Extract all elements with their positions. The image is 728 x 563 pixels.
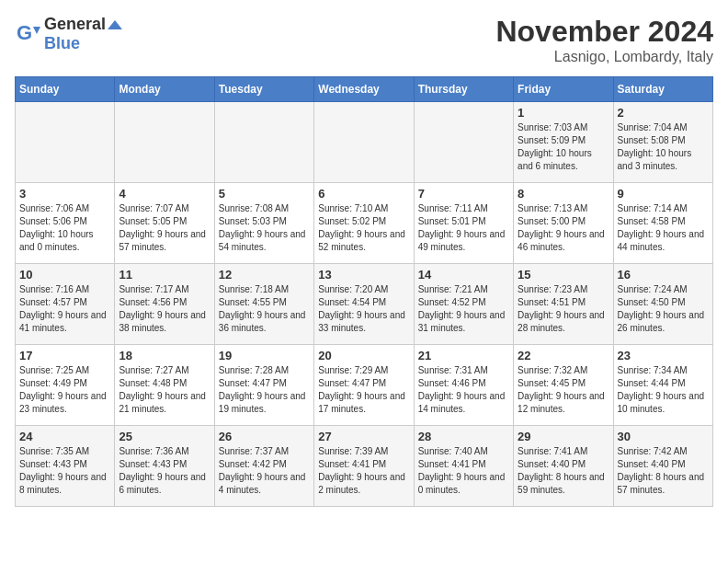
calendar-table: SundayMondayTuesdayWednesdayThursdayFrid… (15, 76, 713, 507)
calendar-day-cell: 10Sunrise: 7:16 AM Sunset: 4:57 PM Dayli… (16, 264, 115, 345)
day-number: 28 (418, 430, 509, 443)
day-number: 13 (318, 268, 409, 282)
main-title: November 2024 (495, 15, 713, 49)
calendar-day-cell: 25Sunrise: 7:36 AM Sunset: 4:43 PM Dayli… (115, 426, 214, 507)
day-info: Sunrise: 7:17 AM Sunset: 4:56 PM Dayligh… (119, 283, 210, 335)
day-info: Sunrise: 7:04 AM Sunset: 5:08 PM Dayligh… (618, 121, 709, 173)
calendar-day-cell: 6Sunrise: 7:10 AM Sunset: 5:02 PM Daylig… (314, 183, 414, 264)
day-info: Sunrise: 7:27 AM Sunset: 4:48 PM Dayligh… (119, 364, 210, 416)
calendar-header-cell: Saturday (613, 77, 712, 102)
calendar-day-cell: 2Sunrise: 7:04 AM Sunset: 5:08 PM Daylig… (613, 102, 712, 183)
calendar-day-cell: 3Sunrise: 7:06 AM Sunset: 5:06 PM Daylig… (16, 183, 115, 264)
day-number: 18 (119, 349, 210, 362)
svg-text:G: G (17, 21, 32, 44)
calendar-day-cell: 7Sunrise: 7:11 AM Sunset: 5:01 PM Daylig… (414, 183, 513, 264)
calendar-body: 1Sunrise: 7:03 AM Sunset: 5:09 PM Daylig… (16, 102, 713, 507)
calendar-day-cell: 27Sunrise: 7:39 AM Sunset: 4:41 PM Dayli… (314, 426, 414, 507)
calendar-header-row: SundayMondayTuesdayWednesdayThursdayFrid… (16, 77, 713, 102)
day-info: Sunrise: 7:23 AM Sunset: 4:51 PM Dayligh… (518, 283, 609, 335)
subtitle: Lasnigo, Lombardy, Italy (495, 49, 713, 65)
day-number: 22 (518, 349, 609, 362)
day-number: 20 (318, 349, 409, 362)
day-number: 3 (19, 187, 110, 201)
header: G General Blue November 2024 Lasnigo, Lo… (15, 15, 713, 65)
day-number: 26 (219, 430, 310, 443)
day-number: 14 (418, 268, 509, 282)
day-info: Sunrise: 7:10 AM Sunset: 5:02 PM Dayligh… (318, 202, 409, 254)
calendar-day-cell (115, 102, 214, 183)
calendar-day-cell: 30Sunrise: 7:42 AM Sunset: 4:40 PM Dayli… (613, 426, 712, 507)
day-info: Sunrise: 7:29 AM Sunset: 4:47 PM Dayligh… (318, 364, 409, 416)
day-number: 21 (418, 349, 509, 362)
calendar-week-row: 1Sunrise: 7:03 AM Sunset: 5:09 PM Daylig… (16, 102, 713, 183)
day-info: Sunrise: 7:42 AM Sunset: 4:40 PM Dayligh… (618, 445, 709, 497)
calendar-day-cell: 13Sunrise: 7:20 AM Sunset: 4:54 PM Dayli… (314, 264, 414, 345)
calendar-day-cell: 15Sunrise: 7:23 AM Sunset: 4:51 PM Dayli… (514, 264, 613, 345)
calendar-week-row: 3Sunrise: 7:06 AM Sunset: 5:06 PM Daylig… (16, 183, 713, 264)
day-number: 7 (418, 187, 509, 201)
calendar-day-cell: 22Sunrise: 7:32 AM Sunset: 4:45 PM Dayli… (514, 345, 613, 426)
day-number: 27 (318, 430, 409, 443)
day-number: 5 (219, 187, 310, 201)
day-number: 12 (219, 268, 310, 282)
day-number: 6 (318, 187, 409, 201)
day-info: Sunrise: 7:03 AM Sunset: 5:09 PM Dayligh… (518, 121, 609, 173)
day-info: Sunrise: 7:39 AM Sunset: 4:41 PM Dayligh… (318, 445, 409, 497)
day-info: Sunrise: 7:41 AM Sunset: 4:40 PM Dayligh… (518, 445, 609, 497)
calendar-day-cell (414, 102, 513, 183)
calendar-day-cell: 23Sunrise: 7:34 AM Sunset: 4:44 PM Dayli… (613, 345, 712, 426)
calendar-day-cell (314, 102, 414, 183)
day-number: 10 (19, 268, 110, 282)
calendar-day-cell: 17Sunrise: 7:25 AM Sunset: 4:49 PM Dayli… (16, 345, 115, 426)
calendar-day-cell: 24Sunrise: 7:35 AM Sunset: 4:43 PM Dayli… (16, 426, 115, 507)
calendar-week-row: 17Sunrise: 7:25 AM Sunset: 4:49 PM Dayli… (16, 345, 713, 426)
day-info: Sunrise: 7:21 AM Sunset: 4:52 PM Dayligh… (418, 283, 509, 335)
calendar-header-cell: Tuesday (214, 77, 313, 102)
day-info: Sunrise: 7:18 AM Sunset: 4:55 PM Dayligh… (219, 283, 310, 335)
calendar-day-cell: 8Sunrise: 7:13 AM Sunset: 5:00 PM Daylig… (514, 183, 613, 264)
day-info: Sunrise: 7:31 AM Sunset: 4:46 PM Dayligh… (418, 364, 509, 416)
day-number: 9 (618, 187, 709, 201)
calendar-day-cell: 29Sunrise: 7:41 AM Sunset: 4:40 PM Dayli… (514, 426, 613, 507)
calendar-day-cell: 18Sunrise: 7:27 AM Sunset: 4:48 PM Dayli… (115, 345, 214, 426)
calendar-day-cell: 11Sunrise: 7:17 AM Sunset: 4:56 PM Dayli… (115, 264, 214, 345)
calendar-week-row: 10Sunrise: 7:16 AM Sunset: 4:57 PM Dayli… (16, 264, 713, 345)
day-number: 4 (119, 187, 210, 201)
calendar-day-cell (214, 102, 313, 183)
day-number: 1 (518, 106, 609, 120)
calendar-day-cell (16, 102, 115, 183)
day-info: Sunrise: 7:07 AM Sunset: 5:05 PM Dayligh… (119, 202, 210, 254)
logo-blue: Blue (44, 34, 80, 52)
calendar-day-cell: 5Sunrise: 7:08 AM Sunset: 5:03 PM Daylig… (214, 183, 313, 264)
day-info: Sunrise: 7:24 AM Sunset: 4:50 PM Dayligh… (618, 283, 709, 335)
day-info: Sunrise: 7:08 AM Sunset: 5:03 PM Dayligh… (219, 202, 310, 254)
day-info: Sunrise: 7:20 AM Sunset: 4:54 PM Dayligh… (318, 283, 409, 335)
day-number: 25 (119, 430, 210, 443)
logo-general: General (44, 15, 106, 34)
calendar-header-cell: Sunday (16, 77, 115, 102)
day-number: 11 (119, 268, 210, 282)
day-number: 15 (518, 268, 609, 282)
day-info: Sunrise: 7:16 AM Sunset: 4:57 PM Dayligh… (19, 283, 110, 335)
calendar-day-cell: 21Sunrise: 7:31 AM Sunset: 4:46 PM Dayli… (414, 345, 513, 426)
logo-icon: G (15, 21, 40, 47)
calendar-day-cell: 12Sunrise: 7:18 AM Sunset: 4:55 PM Dayli… (214, 264, 313, 345)
calendar-header-cell: Wednesday (314, 77, 414, 102)
calendar-day-cell: 28Sunrise: 7:40 AM Sunset: 4:41 PM Dayli… (414, 426, 513, 507)
day-info: Sunrise: 7:11 AM Sunset: 5:01 PM Dayligh… (418, 202, 509, 254)
day-info: Sunrise: 7:34 AM Sunset: 4:44 PM Dayligh… (618, 364, 709, 416)
day-info: Sunrise: 7:40 AM Sunset: 4:41 PM Dayligh… (418, 445, 509, 497)
title-area: November 2024 Lasnigo, Lombardy, Italy (495, 15, 713, 65)
day-number: 2 (618, 106, 709, 120)
calendar-day-cell: 20Sunrise: 7:29 AM Sunset: 4:47 PM Dayli… (314, 345, 414, 426)
day-number: 29 (518, 430, 609, 443)
day-info: Sunrise: 7:25 AM Sunset: 4:49 PM Dayligh… (19, 364, 110, 416)
day-number: 17 (19, 349, 110, 362)
day-info: Sunrise: 7:36 AM Sunset: 4:43 PM Dayligh… (119, 445, 210, 497)
day-number: 30 (618, 430, 709, 443)
day-info: Sunrise: 7:13 AM Sunset: 5:00 PM Dayligh… (518, 202, 609, 254)
calendar-day-cell: 26Sunrise: 7:37 AM Sunset: 4:42 PM Dayli… (214, 426, 313, 507)
svg-marker-1 (33, 27, 40, 34)
day-number: 8 (518, 187, 609, 201)
day-info: Sunrise: 7:32 AM Sunset: 4:45 PM Dayligh… (518, 364, 609, 416)
